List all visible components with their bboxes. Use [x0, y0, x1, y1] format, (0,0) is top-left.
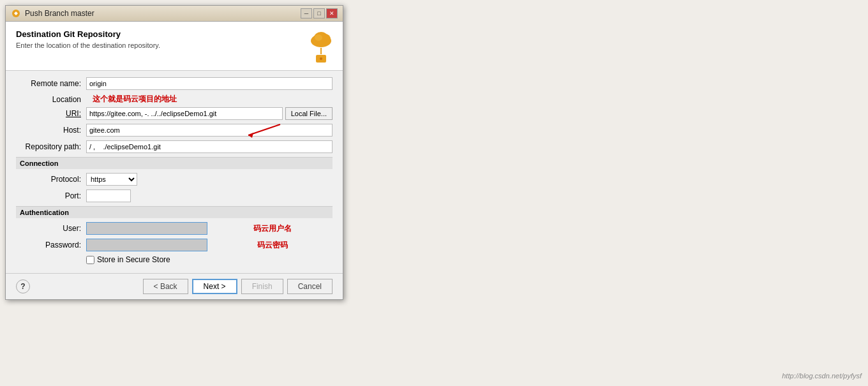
host-input[interactable] — [86, 124, 333, 137]
protocol-label: Protocol: — [16, 175, 86, 184]
password-annotation: 码云密码 — [207, 240, 333, 251]
host-label: Host: — [16, 126, 86, 135]
user-label: User: — [16, 224, 86, 233]
help-button[interactable]: ? — [16, 279, 30, 293]
uri-input[interactable] — [86, 107, 283, 120]
store-checkbox-row: Store in Secure Store — [86, 255, 333, 264]
store-checkbox[interactable] — [86, 256, 94, 264]
location-annotation: 这个就是码云项目的地址 — [93, 94, 177, 105]
svg-point-5 — [315, 34, 322, 41]
protocol-row: Protocol: https ssh git http — [16, 173, 333, 186]
uri-row: URI: Local File... — [16, 107, 333, 120]
uri-section: URI: Local File... — [16, 107, 333, 120]
uri-label: URI: — [16, 109, 86, 118]
auth-section-label: Authentication — [16, 206, 333, 218]
next-button[interactable]: Next > — [192, 279, 237, 294]
dialog-footer: ? < Back Next > Finish Cancel — [6, 273, 343, 299]
store-label: Store in Secure Store — [97, 255, 170, 264]
dialog-content: Remote name: Location 这个就是码云项目的地址 URI: L… — [6, 71, 343, 273]
repo-path-input[interactable] — [86, 140, 333, 153]
remote-name-input[interactable] — [86, 77, 333, 90]
user-row: User: 码云用户名 — [16, 222, 333, 235]
close-button[interactable]: ✕ — [326, 8, 338, 19]
back-button[interactable]: < Back — [143, 279, 188, 294]
dialog-title: Destination Git Repository — [16, 29, 160, 39]
header-icon-area — [310, 29, 333, 63]
minimize-button[interactable]: ─ — [301, 8, 312, 19]
title-bar: Push Branch master ─ □ ✕ — [6, 6, 343, 22]
push-branch-dialog: Push Branch master ─ □ ✕ Destination Git… — [5, 5, 343, 300]
finish-button[interactable]: Finish — [241, 279, 283, 294]
port-input[interactable] — [86, 189, 131, 202]
password-row: Password: 码云密码 — [16, 239, 333, 251]
remote-name-row: Remote name: — [16, 77, 333, 90]
cancel-button[interactable]: Cancel — [287, 279, 333, 294]
port-label: Port: — [16, 191, 86, 200]
window-icon — [11, 8, 21, 19]
port-row: Port: — [16, 189, 333, 202]
window-title: Push Branch master — [25, 9, 94, 18]
user-annotation: 码云用户名 — [207, 223, 333, 234]
local-file-button[interactable]: Local File... — [285, 107, 333, 120]
location-label: Location — [16, 95, 86, 104]
connection-section-label: Connection — [16, 157, 333, 169]
dialog-header: Destination Git Repository Enter the loc… — [6, 22, 343, 71]
host-row: Host: — [16, 124, 333, 137]
password-label: Password: — [16, 241, 86, 249]
watermark-text: http://blog.csdn.net/pyfysf — [782, 372, 862, 380]
location-row: Location 这个就是码云项目的地址 — [16, 94, 333, 105]
repo-path-row: Repository path: — [16, 140, 333, 153]
remote-name-label: Remote name: — [16, 79, 86, 88]
protocol-select[interactable]: https ssh git http — [86, 173, 137, 186]
dialog-subtitle: Enter the location of the destination re… — [16, 41, 160, 49]
repo-path-label: Repository path: — [16, 142, 86, 151]
maximize-button[interactable]: □ — [313, 8, 325, 19]
